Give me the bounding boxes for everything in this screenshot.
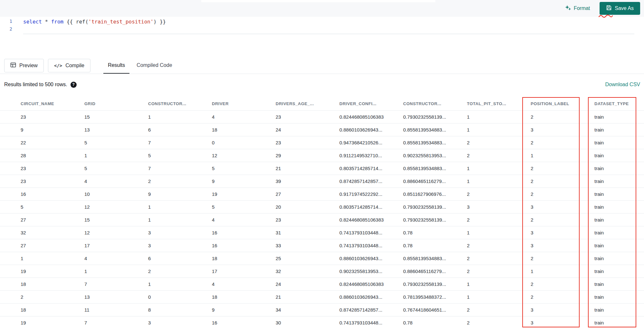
- table-cell: 3: [531, 316, 594, 328]
- table-cell: 0.7930232558139...: [403, 214, 467, 226]
- save-as-button[interactable]: Save As: [600, 2, 640, 15]
- table-cell: 2: [467, 136, 531, 149]
- table-cell: 0.78: [403, 239, 467, 252]
- line-number: 2: [0, 26, 14, 34]
- table-cell: 0.8860103626943...: [339, 252, 403, 265]
- header-cell: CONSTRUCTOR...: [403, 97, 467, 110]
- table-cell: 0.8558139534883...: [403, 136, 467, 149]
- table-cell: 0.8035714285714...: [339, 162, 403, 175]
- table-cell: 7: [148, 162, 212, 175]
- table-cell: 32: [276, 265, 339, 278]
- table-cell: 32: [21, 226, 84, 239]
- table-cell: 4: [212, 214, 276, 226]
- preview-button-label: Preview: [19, 63, 38, 68]
- table-row: 191217320.9023255813953...0.886046511627…: [0, 265, 644, 278]
- table-cell: 21: [276, 291, 339, 303]
- table-cell: train: [594, 239, 644, 252]
- table-cell: 23: [21, 175, 84, 187]
- format-button[interactable]: Format: [565, 5, 590, 12]
- table-cell: 27: [276, 188, 339, 200]
- table-cell: 3: [148, 239, 212, 252]
- results-table: CIRCUIT_NAMEGRIDCONSTRUCTOR...DRIVERDRIV…: [0, 97, 644, 328]
- tab-results[interactable]: Results: [103, 57, 129, 74]
- table-cell: 13: [84, 291, 148, 303]
- table-cell: 24: [276, 123, 339, 136]
- table-cell: 3: [531, 226, 594, 239]
- table-cell: 5: [148, 149, 212, 162]
- table-row: 181189340.8742857142857...0.767441860465…: [0, 304, 644, 316]
- table-cell: 16: [212, 239, 276, 252]
- table-cell: 9: [148, 188, 212, 200]
- format-button-label: Format: [574, 5, 590, 11]
- table-cell: 0.8860103626943...: [339, 123, 403, 136]
- download-csv-link[interactable]: Download CSV: [605, 82, 640, 87]
- table-cell: 0.8511627906976...: [403, 188, 467, 200]
- table-cell: 5: [84, 162, 148, 175]
- table-row: 1610919270.9171974522292...0.85116279069…: [0, 188, 644, 201]
- table-cell: 27: [21, 239, 84, 252]
- table-cell: 2: [148, 265, 212, 278]
- table-cell: 3: [148, 316, 212, 328]
- header-cell: DRIVERS_AGE_...: [276, 97, 339, 110]
- table-row: 213018210.8860103626943...0.781395348837…: [0, 291, 644, 304]
- header-cell: CONSTRUCTOR...: [148, 97, 212, 110]
- table-cell: 2: [467, 316, 531, 328]
- help-icon[interactable]: ?: [71, 82, 77, 88]
- table-cell: 8: [148, 304, 212, 316]
- table-cell: 5: [212, 201, 276, 213]
- table-cell: 18: [212, 252, 276, 265]
- preview-button[interactable]: Preview: [4, 59, 44, 72]
- table-cell: 23: [276, 111, 339, 123]
- table-cell: 21: [276, 162, 339, 175]
- table-cell: train: [594, 149, 644, 162]
- table-cell: 2: [467, 239, 531, 252]
- table-cell: 29: [276, 149, 339, 162]
- table-cell: 5: [84, 136, 148, 149]
- table-cell: 18: [21, 278, 84, 290]
- table-cell: 19: [21, 265, 84, 278]
- table-cell: 19: [212, 188, 276, 200]
- table-cell: 22: [21, 136, 84, 149]
- table-cell: 2: [531, 278, 594, 290]
- table-cell: 3: [531, 239, 594, 252]
- table-cell: train: [594, 304, 644, 316]
- table-cell: 0.7930232558139...: [403, 201, 467, 213]
- table-cell: 16: [212, 316, 276, 328]
- table-cell: 0.78: [403, 316, 467, 328]
- table-cell: 27: [21, 214, 84, 226]
- table-cell: 1: [467, 291, 531, 303]
- table-cell: 23: [21, 111, 84, 123]
- tab-compiled-code[interactable]: Compiled Code: [132, 57, 176, 74]
- table-body: 231514230.8244680851063830.7930232558139…: [0, 111, 644, 328]
- code-line-empty: [23, 26, 634, 34]
- table-row: 3212316310.7413793103448...0.7813train: [0, 226, 644, 239]
- compile-button[interactable]: </> Compile: [48, 59, 90, 72]
- table-cell: 4: [212, 111, 276, 123]
- table-cell: 0.8742857142857...: [339, 175, 403, 187]
- results-bar: Results limited to 500 rows. ? Download …: [0, 74, 644, 95]
- header-cell: POSITION_LABEL: [531, 97, 594, 110]
- table-cell: train: [594, 162, 644, 175]
- table-cell: 2: [467, 214, 531, 226]
- header-cell: GRID: [84, 97, 148, 110]
- table-cell: 16: [212, 226, 276, 239]
- table-cell: 0.8035714285714...: [339, 201, 403, 213]
- table-cell: train: [594, 201, 644, 213]
- table-cell: 6: [148, 252, 212, 265]
- header-cell: TOTAL_PIT_STO...: [467, 97, 531, 110]
- red-scribble-annotation: [598, 14, 613, 19]
- table-cell: 11: [84, 304, 148, 316]
- table-cell: 3: [531, 304, 594, 316]
- table-cell: 1: [531, 149, 594, 162]
- table-cell: 10: [84, 188, 148, 200]
- table-cell: 15: [84, 214, 148, 226]
- code-editor[interactable]: 1 select * from {{ ref('train_test_posit…: [0, 17, 644, 57]
- table-cell: 0.9023255813953...: [403, 149, 467, 162]
- actions-row: Preview </> Compile Results Compiled Cod…: [0, 57, 644, 74]
- table-cell: 2: [531, 111, 594, 123]
- table-cell: 7: [84, 278, 148, 290]
- table-cell: train: [594, 214, 644, 226]
- table-cell: 31: [276, 226, 339, 239]
- table-cell: 0.8860465116279...: [403, 265, 467, 278]
- active-file-tab-edge: [201, 0, 435, 2]
